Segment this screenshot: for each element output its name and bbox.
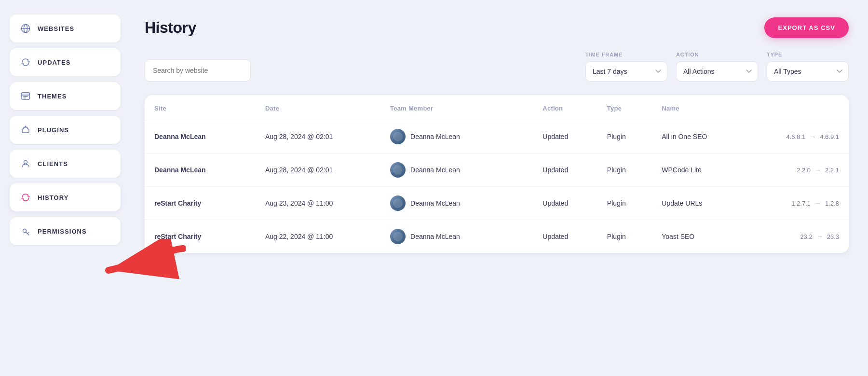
cell-action-3: Updated — [533, 220, 597, 253]
cell-version-2: 1.2.7.1 → 1.2.8 — [745, 187, 849, 220]
cell-team-3: Deanna McLean — [380, 220, 533, 253]
avatar-3 — [390, 229, 406, 244]
col-action: Action — [533, 95, 597, 120]
cell-version-1: 2.2.0 → 2.2.1 — [745, 153, 849, 187]
cell-site-2: reStart Charity — [145, 187, 256, 220]
page-title: History — [145, 19, 196, 37]
action-filter-group: ACTION All Actions Updated Installed Del… — [676, 52, 758, 82]
main-content: History EXPORT AS CSV TIME FRAME Last 7 … — [130, 0, 868, 376]
avatar-1 — [390, 162, 406, 178]
col-team-member: Team Member — [380, 95, 533, 120]
export-csv-button[interactable]: EXPORT AS CSV — [764, 17, 849, 38]
cell-date-2: Aug 23, 2024 @ 11:00 — [256, 187, 380, 220]
sidebar-item-themes[interactable]: THEMES — [10, 82, 121, 110]
cell-team-0: Deanna McLean — [380, 120, 533, 153]
svg-rect-4 — [22, 93, 29, 95]
cell-version-3: 23.2 → 23.3 — [745, 220, 849, 253]
cell-type-1: Plugin — [597, 153, 652, 187]
cell-site-1: Deanna McLean — [145, 153, 256, 187]
cell-type-2: Plugin — [597, 187, 652, 220]
avatar-0 — [390, 129, 406, 144]
type-label: TYPE — [767, 52, 849, 57]
col-version — [745, 95, 849, 120]
version-to-0: 4.6.9.1 — [820, 133, 839, 140]
permissions-icon — [20, 226, 31, 237]
cell-name-1: WPCode Lite — [652, 153, 745, 187]
version-to-3: 23.3 — [827, 233, 839, 240]
history-table-card: Site Date Team Member Action Type Name D… — [145, 95, 849, 253]
sidebar-item-label-permissions: PERMISSIONS — [38, 228, 87, 235]
timeframe-label: TIME FRAME — [585, 52, 667, 57]
clients-icon — [20, 158, 31, 169]
svg-line-10 — [27, 232, 29, 234]
sidebar-item-plugins[interactable]: PLUGINS — [10, 116, 121, 144]
history-table: Site Date Team Member Action Type Name D… — [145, 95, 849, 253]
cell-name-3: Yoast SEO — [652, 220, 745, 253]
filter-bar: TIME FRAME Last 7 days Last 30 days Last… — [145, 52, 849, 82]
sidebar-item-label-themes: THEMES — [38, 93, 67, 100]
sidebar-item-label-websites: WEBSITES — [38, 25, 74, 32]
sidebar-item-websites[interactable]: WEBSITES — [10, 14, 121, 42]
sidebar-item-label-plugins: PLUGINS — [38, 126, 69, 134]
action-label: ACTION — [676, 52, 758, 57]
version-arrow-3: → — [816, 233, 823, 240]
cell-team-2: Deanna McLean — [380, 187, 533, 220]
sidebar-item-label-history: HISTORY — [38, 194, 68, 201]
col-type: Type — [597, 95, 652, 120]
sidebar: WEBSITESUPDATESTHEMESPLUGINSCLIENTSHISTO… — [0, 0, 130, 376]
timeframe-select[interactable]: Last 7 days Last 30 days Last 90 days Al… — [585, 61, 667, 82]
main-header: History EXPORT AS CSV — [145, 17, 849, 38]
sidebar-item-clients[interactable]: CLIENTS — [10, 150, 121, 178]
col-date: Date — [256, 95, 380, 120]
team-member-name-1: Deanna McLean — [410, 166, 460, 174]
cell-action-2: Updated — [533, 187, 597, 220]
version-from-1: 2.2.0 — [797, 167, 811, 174]
cell-type-0: Plugin — [597, 120, 652, 153]
version-arrow-1: → — [814, 166, 821, 174]
avatar-2 — [390, 195, 406, 211]
version-from-2: 1.2.7.1 — [791, 200, 811, 207]
team-member-name-3: Deanna McLean — [410, 233, 460, 240]
cell-date-1: Aug 28, 2024 @ 02:01 — [256, 153, 380, 187]
sidebar-item-history[interactable]: HISTORY — [10, 183, 121, 211]
updates-icon — [20, 57, 31, 68]
cell-date-0: Aug 28, 2024 @ 02:01 — [256, 120, 380, 153]
team-member-name-2: Deanna McLean — [410, 199, 460, 207]
cell-team-1: Deanna McLean — [380, 153, 533, 187]
cell-site-3: reStart Charity — [145, 220, 256, 253]
col-name: Name — [652, 95, 745, 120]
table-row: Deanna McLean Aug 28, 2024 @ 02:01 Deann… — [145, 120, 849, 153]
sidebar-item-permissions[interactable]: PERMISSIONS — [10, 217, 121, 245]
search-input[interactable] — [145, 59, 251, 82]
version-to-2: 1.2.8 — [825, 200, 839, 207]
table-row: reStart Charity Aug 23, 2024 @ 11:00 Dea… — [145, 187, 849, 220]
websites-icon — [20, 23, 31, 34]
cell-action-0: Updated — [533, 120, 597, 153]
version-from-0: 4.6.8.1 — [786, 133, 805, 140]
type-select[interactable]: All Types Plugin Theme Core — [767, 61, 849, 82]
version-to-1: 2.2.1 — [825, 167, 839, 174]
cell-site-0: Deanna McLean — [145, 120, 256, 153]
plugins-icon — [20, 125, 31, 135]
timeframe-filter-group: TIME FRAME Last 7 days Last 30 days Last… — [585, 52, 667, 82]
version-arrow-0: → — [809, 133, 816, 140]
table-row: Deanna McLean Aug 28, 2024 @ 02:01 Deann… — [145, 153, 849, 187]
cell-name-0: All in One SEO — [652, 120, 745, 153]
action-select[interactable]: All Actions Updated Installed Deleted — [676, 61, 758, 82]
sidebar-item-label-clients: CLIENTS — [38, 160, 68, 167]
cell-date-3: Aug 22, 2024 @ 11:00 — [256, 220, 380, 253]
table-header-row: Site Date Team Member Action Type Name — [145, 95, 849, 120]
cell-name-2: Update URLs — [652, 187, 745, 220]
version-from-3: 23.2 — [800, 233, 812, 240]
search-wrap — [145, 59, 251, 82]
cell-version-0: 4.6.8.1 → 4.6.9.1 — [745, 120, 849, 153]
version-arrow-2: → — [814, 199, 821, 207]
table-row: reStart Charity Aug 22, 2024 @ 11:00 Dea… — [145, 220, 849, 253]
team-member-name-0: Deanna McLean — [410, 133, 460, 140]
type-filter-group: TYPE All Types Plugin Theme Core — [767, 52, 849, 82]
sidebar-item-updates[interactable]: UPDATES — [10, 48, 121, 76]
sidebar-item-label-updates: UPDATES — [38, 59, 70, 66]
col-site: Site — [145, 95, 256, 120]
themes-icon — [20, 91, 31, 101]
cell-action-1: Updated — [533, 153, 597, 187]
